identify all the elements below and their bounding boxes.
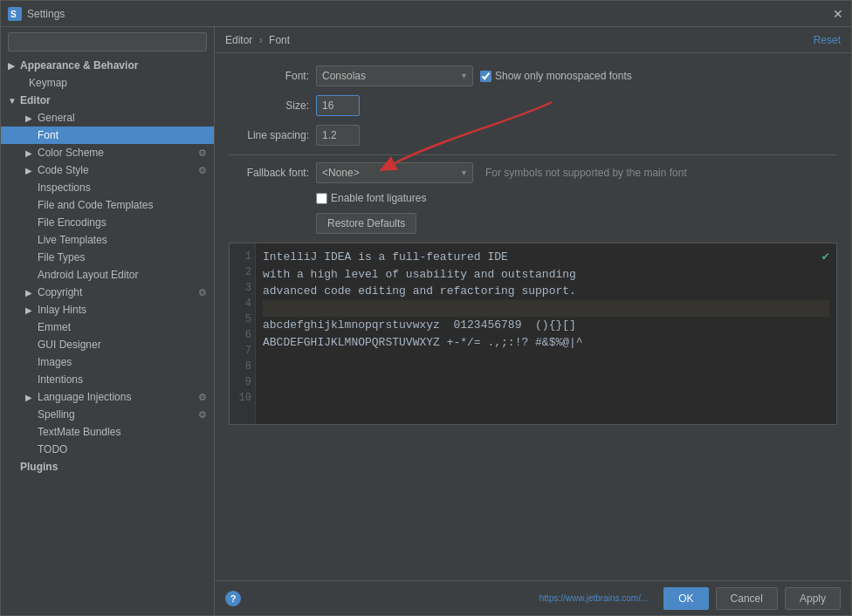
app-icon: S — [8, 7, 22, 21]
sidebar-item-label: Copyright — [38, 286, 82, 298]
sidebar-item-label: Inlay Hints — [38, 304, 86, 316]
settings-icon: ⚙ — [198, 409, 207, 421]
sidebar-item-general[interactable]: ▶General — [1, 109, 214, 127]
bottom-bar: ? https://www.jetbrains.com/... OK Cance… — [215, 580, 851, 615]
sidebar-item-live-templates[interactable]: Live Templates — [1, 231, 214, 249]
sidebar-item-label: Keymap — [29, 77, 67, 89]
sidebar-item-gui-designer[interactable]: GUI Designer — [1, 336, 214, 353]
sidebar-item-font[interactable]: Font — [1, 127, 214, 144]
sidebar-item-label: Inspections — [38, 181, 91, 194]
font-label: Font: — [229, 70, 316, 82]
settings-icon: ⚙ — [198, 165, 207, 176]
sidebar-item-images[interactable]: Images — [1, 353, 214, 371]
sidebar-item-emmet[interactable]: Emmet — [1, 318, 214, 336]
svg-text:S: S — [10, 10, 17, 19]
line-numbers: 12345678910 — [230, 243, 256, 424]
arrow-icon: ▶ — [25, 148, 34, 158]
spacing-input[interactable] — [316, 125, 360, 146]
breadcrumb-current: Font — [269, 34, 290, 46]
sidebar-item-appearance[interactable]: ▶Appearance & Behavior — [1, 57, 214, 74]
search-input[interactable] — [8, 32, 207, 51]
code-content: IntelliJ IDEA is a full-featured IDEwith… — [256, 243, 836, 424]
close-button[interactable]: ✕ — [832, 8, 844, 20]
sidebar-item-color-scheme[interactable]: ▶Color Scheme⚙ — [1, 144, 214, 161]
restore-defaults-button[interactable]: Restore Defaults — [316, 213, 416, 234]
monospaced-checkbox-label[interactable]: Show only monospaced fonts — [480, 70, 632, 82]
preview-checkmark: ✔ — [822, 249, 829, 264]
code-line — [263, 368, 829, 386]
monospaced-checkbox[interactable] — [480, 71, 491, 82]
arrow-icon: ▶ — [25, 288, 34, 298]
cancel-button[interactable]: Cancel — [716, 587, 778, 610]
fallback-label: Fallback font: — [229, 167, 316, 179]
sidebar-item-file-types[interactable]: File Types — [1, 249, 214, 266]
apply-button[interactable]: Apply — [785, 587, 841, 610]
line-number: 7 — [233, 343, 251, 359]
spacing-row: Line spacing: — [229, 125, 837, 146]
code-line — [263, 351, 829, 368]
arrow-icon: ▶ — [25, 166, 34, 175]
sidebar-item-file-code-templates[interactable]: File and Code Templates — [1, 196, 214, 214]
restore-row: Restore Defaults — [229, 213, 837, 234]
sidebar-item-copyright[interactable]: ▶Copyright⚙ — [1, 284, 214, 301]
breadcrumb-parent: Editor — [225, 34, 252, 46]
sidebar-item-inlay-hints[interactable]: ▶Inlay Hints — [1, 301, 214, 318]
sidebar-item-label: Live Templates — [38, 234, 107, 246]
sidebar-item-label: Language Injections — [38, 391, 131, 403]
sidebar-item-android-layout[interactable]: Android Layout Editor — [1, 266, 214, 284]
line-number: 6 — [233, 327, 251, 343]
ligatures-checkbox[interactable] — [316, 193, 327, 204]
sidebar-item-inspections[interactable]: Inspections — [1, 179, 214, 196]
sidebar-item-label: Editor — [20, 94, 51, 106]
font-select[interactable]: ConsolasCourier NewDejaVu Sans MonoJetBr… — [316, 65, 473, 86]
line-number: 8 — [233, 359, 251, 374]
size-input[interactable] — [316, 95, 360, 116]
font-select-wrapper: ConsolasCourier NewDejaVu Sans MonoJetBr… — [316, 65, 473, 86]
sidebar-item-plugins[interactable]: Plugins — [1, 458, 214, 476]
sidebar-item-label: Plugins — [20, 461, 58, 473]
ok-button[interactable]: OK — [663, 587, 708, 610]
sidebar-item-spelling[interactable]: Spelling⚙ — [1, 406, 214, 423]
fallback-select[interactable]: <None> — [316, 162, 473, 183]
line-number: 1 — [233, 249, 251, 264]
code-line — [263, 385, 829, 402]
sidebar-item-code-style[interactable]: ▶Code Style⚙ — [1, 161, 214, 179]
size-control — [316, 95, 360, 116]
arrow-icon: ▼ — [8, 96, 17, 106]
sidebar-item-label: General — [38, 112, 75, 124]
line-number: 5 — [233, 311, 251, 327]
divider-1 — [229, 154, 837, 155]
sidebar-item-keymap[interactable]: Keymap — [1, 74, 214, 92]
breadcrumb-bar: Editor › Font Reset — [215, 27, 851, 53]
sidebar-item-todo[interactable]: TODO — [1, 441, 214, 458]
ligatures-control: Enable font ligatures — [316, 192, 426, 204]
code-line: abcdefghijklmnopqrstuvwxyz 0123456789 ()… — [263, 317, 829, 334]
help-icon[interactable]: ? — [225, 591, 241, 606]
ligatures-label: Enable font ligatures — [331, 192, 426, 204]
reset-link[interactable]: Reset — [814, 34, 841, 46]
size-label: Size: — [229, 99, 316, 112]
arrow-icon: ▶ — [25, 305, 34, 315]
font-control: ConsolasCourier NewDejaVu Sans MonoJetBr… — [316, 65, 632, 86]
sidebar-item-label: Spelling — [38, 408, 75, 421]
sidebar: ▶Appearance & BehaviorKeymap▼Editor▶Gene… — [1, 27, 215, 615]
sidebar-item-label: File Encodings — [38, 216, 106, 229]
line-number: 10 — [233, 390, 251, 406]
main-content: ▶Appearance & BehaviorKeymap▼Editor▶Gene… — [1, 27, 851, 615]
sidebar-item-intentions[interactable]: Intentions — [1, 371, 214, 388]
sidebar-item-language-injections[interactable]: ▶Language Injections⚙ — [1, 388, 214, 406]
sidebar-item-file-encodings[interactable]: File Encodings — [1, 214, 214, 231]
ligatures-checkbox-label[interactable]: Enable font ligatures — [316, 192, 426, 204]
sidebar-item-label: Emmet — [38, 321, 71, 333]
fallback-control: <None> For symbols not supported by the … — [316, 162, 687, 183]
fallback-hint: For symbols not supported by the main fo… — [485, 167, 687, 179]
code-line — [263, 402, 829, 420]
sidebar-item-label: Android Layout Editor — [38, 269, 138, 281]
settings-icon: ⚙ — [198, 287, 207, 298]
settings-icon: ⚙ — [198, 392, 207, 403]
size-row: Size: — [229, 95, 837, 116]
url-hint: https://www.jetbrains.com/... — [539, 593, 649, 603]
sidebar-item-editor[interactable]: ▼Editor — [1, 92, 214, 109]
line-number: 9 — [233, 374, 251, 390]
sidebar-item-textmate[interactable]: TextMate Bundles — [1, 423, 214, 441]
